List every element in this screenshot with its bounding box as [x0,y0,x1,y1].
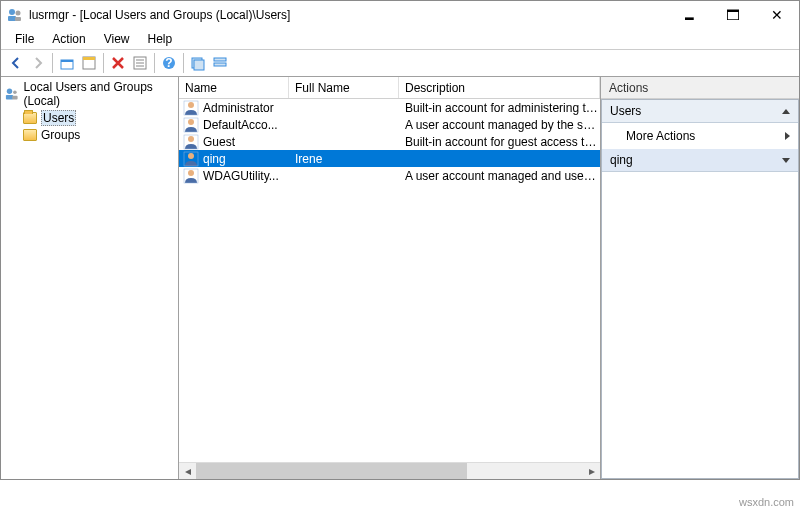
delete-button[interactable] [107,52,129,74]
window-title: lusrmgr - [Local Users and Groups (Local… [29,8,667,22]
menu-file[interactable]: File [7,30,42,48]
list-body[interactable]: AdministratorBuilt-in account for admini… [179,99,600,462]
actions-section-selected[interactable]: qing [602,149,798,172]
scroll-right-button[interactable]: ▸ [583,463,600,479]
actions-link-more[interactable]: More Actions [602,123,798,149]
toolbar-separator [52,53,53,73]
menu-action[interactable]: Action [44,30,93,48]
actions-section-label: Users [610,104,641,118]
svg-rect-5 [61,60,73,62]
toolbar-separator [183,53,184,73]
user-row[interactable]: qingIrene [179,150,600,167]
scroll-left-button[interactable]: ◂ [179,463,196,479]
menubar: File Action View Help [1,29,799,49]
refresh-button[interactable] [187,52,209,74]
svg-rect-21 [12,96,17,100]
tree-item-label: Groups [41,128,80,142]
minimize-button[interactable]: 🗕 [667,1,711,29]
cell-description: Built-in account for administering the c… [399,101,600,115]
view-button[interactable] [209,52,231,74]
svg-rect-7 [83,57,95,60]
cell-name: Administrator [179,100,289,116]
watermark: wsxdn.com [739,496,794,508]
svg-point-0 [9,9,15,15]
menu-help[interactable]: Help [140,30,181,48]
svg-rect-17 [214,63,226,66]
menu-view[interactable]: View [96,30,138,48]
user-row[interactable]: DefaultAcco...A user account managed by … [179,116,600,133]
actions-section-users[interactable]: Users [602,100,798,123]
titlebar: lusrmgr - [Local Users and Groups (Local… [1,1,799,29]
user-name-text: DefaultAcco... [203,118,278,132]
svg-point-20 [13,90,17,94]
close-button[interactable]: ✕ [755,1,799,29]
scroll-track[interactable] [196,463,583,479]
cell-description: A user account managed and used by the s… [399,169,600,183]
actions-body: Users More Actions qing [601,99,799,479]
actions-section-label: qing [610,153,633,167]
toolbar: ? [1,49,799,77]
tree-pane[interactable]: Local Users and Groups (Local) Users Gro… [1,77,179,479]
users-groups-icon [5,86,19,102]
window: lusrmgr - [Local Users and Groups (Local… [0,0,800,480]
svg-point-24 [188,119,194,125]
tree-root[interactable]: Local Users and Groups (Local) [3,79,176,109]
app-icon [7,7,23,23]
maximize-button[interactable]: 🗖 [711,1,755,29]
list-pane: Name Full Name Description Administrator… [179,77,601,479]
svg-rect-19 [6,95,13,100]
svg-rect-3 [15,17,21,21]
list-header-row: Name Full Name Description [179,77,600,99]
toolbar-separator [103,53,104,73]
cell-name: qing [179,151,289,167]
column-header-name[interactable]: Name [179,77,289,98]
up-button[interactable] [56,52,78,74]
forward-button[interactable] [27,52,49,74]
cell-name: DefaultAcco... [179,117,289,133]
expand-icon [782,158,790,163]
cell-description: Built-in account for guest access to the… [399,135,600,149]
collapse-icon [782,109,790,114]
cell-name: Guest [179,134,289,150]
user-row[interactable]: WDAGUtility...A user account managed and… [179,167,600,184]
svg-point-2 [16,11,21,16]
cell-fullname: Irene [289,152,399,166]
column-header-description[interactable]: Description [399,77,600,98]
actions-header: Actions [601,77,799,99]
tree-children: Users Groups [3,109,176,143]
main-area: Local Users and Groups (Local) Users Gro… [1,77,799,479]
cell-name: WDAGUtility... [179,168,289,184]
export-list-button[interactable] [129,52,151,74]
chevron-right-icon [785,132,790,140]
scroll-thumb[interactable] [196,463,467,479]
svg-point-30 [188,170,194,176]
svg-rect-15 [194,60,204,70]
svg-point-28 [188,153,194,159]
folder-icon [23,112,37,124]
horizontal-scrollbar[interactable]: ◂ ▸ [179,462,600,479]
tree-root-label: Local Users and Groups (Local) [23,80,176,108]
cell-description: A user account managed by the system. [399,118,600,132]
help-button[interactable]: ? [158,52,180,74]
actions-pane: Actions Users More Actions qing [601,77,799,479]
window-controls: 🗕 🗖 ✕ [667,1,799,29]
user-row[interactable]: AdministratorBuilt-in account for admini… [179,99,600,116]
folder-icon [23,129,37,141]
toolbar-separator [154,53,155,73]
column-header-fullname[interactable]: Full Name [289,77,399,98]
properties-button[interactable] [78,52,100,74]
actions-link-label: More Actions [626,129,695,143]
user-row[interactable]: GuestBuilt-in account for guest access t… [179,133,600,150]
svg-rect-16 [214,58,226,61]
svg-rect-1 [8,16,16,21]
tree-item-groups[interactable]: Groups [23,127,176,143]
user-name-text: qing [203,152,226,166]
user-name-text: Administrator [203,101,274,115]
user-name-text: WDAGUtility... [203,169,279,183]
tree-item-users[interactable]: Users [23,109,176,127]
svg-point-18 [7,89,12,94]
svg-point-26 [188,136,194,142]
back-button[interactable] [5,52,27,74]
svg-point-22 [188,102,194,108]
svg-text:?: ? [165,56,172,70]
